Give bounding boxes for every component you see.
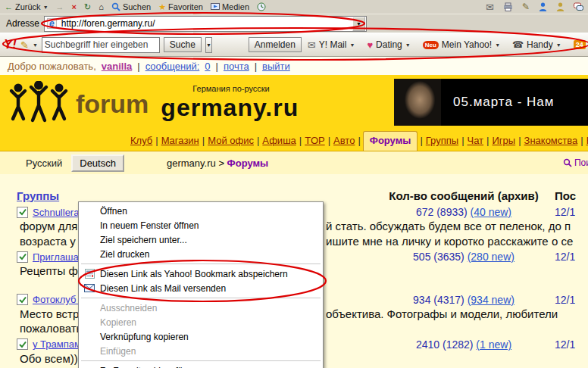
col-messages-header: Кол-во сообщений (архив)	[373, 189, 555, 202]
menu-item-label: Kopieren	[100, 317, 136, 328]
site-tagline: Германия по-русски	[192, 84, 299, 93]
im-icon[interactable]	[556, 2, 565, 11]
edit-icon[interactable]: ✎	[522, 2, 530, 12]
forum-logo-text[interactable]: forum	[76, 89, 149, 119]
messages-count[interactable]: 0	[205, 61, 210, 72]
mail-toolbar-icon[interactable]: ✉	[486, 2, 494, 13]
new-messages-link[interactable]: (280 new)	[468, 251, 514, 263]
lang-russian-button[interactable]: Русский	[20, 155, 68, 171]
forum-people-logo	[8, 81, 70, 123]
new-messages-link[interactable]: (934 new)	[468, 294, 514, 306]
ymail-dropdown-icon[interactable]: ▼	[349, 42, 355, 48]
menu-item-open-new-window[interactable]: In neuem Fenster öffnen	[79, 218, 323, 232]
search-toolbar-button[interactable]: Suchen	[111, 2, 151, 11]
my-yahoo-dropdown-icon[interactable]: ▼	[495, 42, 500, 48]
yahoo-search-input[interactable]	[42, 37, 160, 53]
lotto-24-icon: 24	[574, 40, 586, 49]
refresh-icon[interactable]: ↻	[84, 2, 91, 12]
new-messages-link[interactable]: (40 new)	[471, 206, 511, 218]
pencil-icon[interactable]: ✎	[20, 39, 29, 51]
separator: |	[420, 135, 422, 146]
breadcrumb-site[interactable]: germany.ru	[167, 157, 216, 169]
site-domain[interactable]: germany.ru	[161, 94, 299, 122]
my-yahoo-label: Mein Yahoo!	[442, 39, 492, 50]
username-link[interactable]: vanilla	[102, 61, 132, 72]
heart-icon: ♥	[367, 39, 373, 51]
media-button[interactable]: Medien	[211, 2, 249, 11]
menu-item-save-target[interactable]: Ziel speichern unter...	[79, 232, 323, 247]
favorites-button[interactable]: ★ Favoriten	[158, 2, 203, 12]
lang-deutsch-button[interactable]: Deutsch	[71, 154, 124, 172]
messenger-icon[interactable]	[539, 2, 547, 11]
handy-dropdown-icon[interactable]: ▼	[556, 42, 561, 48]
yahoo-logo[interactable]: Y!	[4, 37, 17, 52]
separator: |	[328, 135, 330, 146]
ymail-button[interactable]: ✉ Y! Mail ▼	[305, 38, 358, 52]
menu-item-copy-shortcut[interactable]: Verknüpfung kopieren	[79, 329, 323, 344]
ad-banner[interactable]: 05.марта - Нам	[394, 79, 588, 126]
menu-item-add-to-favorites[interactable]: Zu Favoriten hinzufügen...	[79, 363, 323, 368]
lotto-button[interactable]: 24 Lotto	[571, 38, 588, 51]
back-dropdown-icon[interactable]: ▼	[43, 5, 48, 10]
home-icon[interactable]: ⌂	[99, 2, 104, 11]
forum-search-link[interactable]: Пои	[563, 157, 588, 168]
address-field[interactable]: e ▼	[44, 16, 367, 32]
groups-header-link[interactable]: Группы	[0, 189, 373, 202]
checked-checkbox[interactable]	[17, 294, 28, 305]
pencil-dropdown-icon[interactable]: ▼	[33, 42, 38, 48]
yahoo-search-dropdown-icon[interactable]: ▼	[205, 37, 212, 53]
nav-magazin[interactable]: Магазин	[161, 135, 199, 146]
discuss-icon[interactable]	[574, 2, 583, 11]
last-post-date[interactable]: 12/1	[555, 338, 588, 351]
favorites-label: Favoriten	[168, 2, 203, 11]
ie-page-icon: e	[47, 18, 57, 29]
new-messages-link[interactable]: (1 new)	[476, 338, 511, 351]
nav-avto[interactable]: Авто	[333, 135, 355, 146]
menu-item-open[interactable]: Öffnen	[79, 204, 323, 218]
nav-klub[interactable]: Клуб	[130, 135, 152, 146]
nav-moy-ofis[interactable]: Мой офис	[208, 135, 254, 146]
menu-item-print-target[interactable]: Ziel drucken	[79, 247, 323, 261]
messages-link[interactable]: сообщений:	[145, 61, 200, 72]
last-post-date[interactable]: 12/1	[555, 251, 588, 263]
back-label: Zurück	[15, 2, 41, 11]
nav-gruppy[interactable]: Группы	[426, 135, 458, 146]
dating-dropdown-icon[interactable]: ▼	[405, 42, 411, 48]
forward-icon[interactable]: →	[56, 2, 64, 11]
menu-item-send-link-mail[interactable]: Diesen Link als Mail versenden	[79, 281, 323, 295]
yahoo-search-button[interactable]: Suche	[164, 37, 202, 52]
my-yahoo-button[interactable]: Neu Mein Yahoo! ▼	[421, 38, 502, 51]
yahoo-toolbar: Y! ✎ ▼ Suche ▼ Anmelden ✉ Y! Mail ▼ ♥ Da…	[0, 33, 588, 57]
address-dropdown-icon[interactable]: ▼	[352, 17, 365, 31]
dating-button[interactable]: ♥ Dating ▼	[364, 38, 412, 52]
nav-forumy-active-tab[interactable]: Форумы	[363, 131, 418, 151]
handy-button[interactable]: ☎ Handy ▼	[510, 38, 564, 51]
last-post-date[interactable]: 12/1	[555, 294, 588, 306]
nav-chat[interactable]: Чат	[468, 135, 484, 146]
nav-znakomstva[interactable]: Знакомства	[524, 135, 578, 146]
menu-item-yahoo-bookmark[interactable]: Diesen Link als Yahoo! Bookmark abspeich…	[79, 267, 323, 281]
col-last-header: Пос	[555, 189, 588, 202]
checked-checkbox[interactable]	[17, 338, 28, 350]
logout-link[interactable]: выйти	[262, 61, 290, 72]
phone-icon: ☎	[512, 39, 524, 50]
menu-item-label: Öffnen	[100, 206, 127, 217]
back-icon: ←	[5, 2, 13, 11]
stop-icon[interactable]: ×	[72, 2, 77, 11]
mail-link[interactable]: почта	[224, 61, 249, 72]
history-icon[interactable]	[257, 2, 266, 11]
breadcrumb-page: Форумы	[227, 157, 269, 169]
checked-checkbox[interactable]	[17, 251, 28, 263]
separator: |	[518, 135, 521, 146]
nav-top[interactable]: TOP	[305, 135, 325, 146]
back-button[interactable]: ← Zurück ▼	[5, 2, 48, 11]
description-fragment: ишите мне на личку и коротко расскажите …	[326, 235, 573, 248]
last-post-date[interactable]: 12/1	[555, 206, 588, 218]
print-icon[interactable]	[503, 2, 513, 11]
nav-afisha[interactable]: Афиша	[262, 135, 296, 146]
address-input[interactable]	[60, 17, 349, 30]
signin-button[interactable]: Anmelden	[249, 37, 302, 52]
checked-checkbox[interactable]	[17, 207, 28, 218]
search-toolbar-label: Suchen	[123, 2, 151, 11]
nav-igry[interactable]: Игры	[492, 135, 515, 146]
